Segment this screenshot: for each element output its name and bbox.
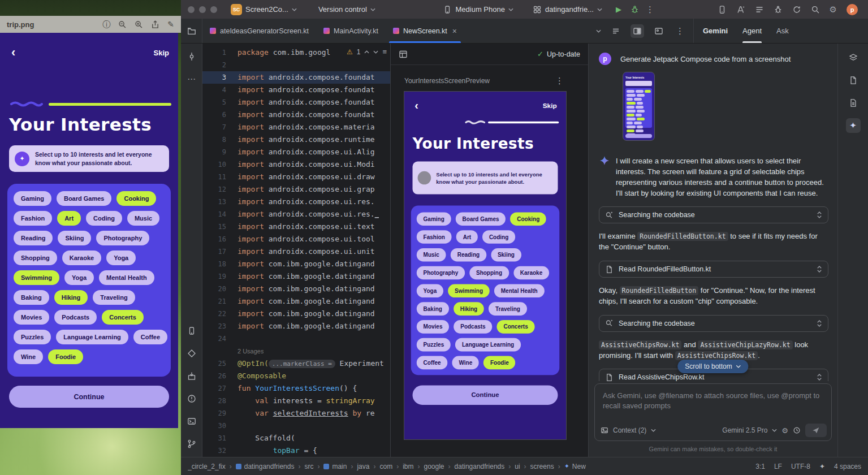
code-line[interactable]: 18import com.ibm.google.datingand [202, 258, 390, 270]
code-line[interactable]: 8import androidx.compose.runtime [202, 133, 390, 146]
tool-step-card[interactable]: Searching the codebase [599, 206, 828, 223]
code-line[interactable]: 16import androidx.compose.ui.tool [202, 233, 390, 245]
interest-chip-music[interactable]: Music [127, 211, 159, 226]
code-line[interactable]: 7import androidx.compose.materia [202, 121, 390, 133]
indent-setting[interactable]: 4 spaces [834, 463, 861, 470]
device-selector[interactable]: Medium Phone [439, 3, 516, 16]
interest-chip-art[interactable]: Art [57, 211, 81, 226]
interest-chip-podcasts[interactable]: Podcasts [454, 320, 492, 334]
device-manager-tool-button[interactable] [184, 323, 199, 338]
code-line[interactable]: 26@Composable [202, 370, 390, 382]
split-view-button[interactable] [631, 24, 644, 38]
interest-chip-photography[interactable]: Photography [417, 266, 465, 280]
breadcrumb-item[interactable]: datingandfriends [455, 463, 505, 470]
code-line[interactable]: 17import androidx.compose.ui.unit [202, 245, 390, 258]
run-config-selector[interactable]: datingandfrie... [529, 3, 606, 16]
interest-chip-puzzles[interactable]: Puzzles [417, 338, 451, 352]
gemini-conversation[interactable]: p Generate Jetpack Compose code from a s… [589, 44, 837, 381]
gemini-prompt-input[interactable] [602, 390, 824, 421]
code-line[interactable]: 3import androidx.compose.foundat [202, 71, 390, 84]
gemini-input-box[interactable]: Context (2) Gemini 2.5 Pro ⚙ [594, 383, 832, 441]
editor-options-icon[interactable]: ⋮ [673, 27, 686, 35]
interest-chip-puzzles[interactable]: Puzzles [14, 330, 51, 344]
interest-chip-reading[interactable]: Reading [14, 231, 53, 245]
interest-chip-skiing[interactable]: Skiing [58, 231, 91, 245]
breadcrumb-item[interactable]: ibm [403, 463, 413, 470]
inspection-menu-icon[interactable]: ≡ [382, 48, 387, 56]
commit-tool-button[interactable] [184, 49, 199, 64]
code-line[interactable]: 13import androidx.compose.ui.res. [202, 196, 390, 208]
tab-agent[interactable]: Agent [742, 19, 762, 43]
maximize-window-button[interactable] [210, 6, 217, 13]
problems-tool-button[interactable] [184, 391, 199, 406]
project-widget[interactable]: SC Screen2Co... [227, 2, 300, 17]
code-editor[interactable]: 1package com.ibm.googl23import androidx.… [202, 44, 390, 457]
tool-step-card[interactable]: Searching the codebase [599, 315, 828, 332]
close-tab-icon[interactable]: × [452, 27, 457, 36]
version-control-tool-button[interactable] [184, 437, 199, 451]
window-controls[interactable] [188, 6, 217, 13]
expand-collapse-icon[interactable] [817, 265, 822, 273]
more-tools-button[interactable]: ⋯ [184, 72, 199, 87]
preview-options-icon[interactable]: ⋮ [553, 76, 566, 85]
editor-tab-mainactivity-kt[interactable]: MainActivity.kt [316, 19, 386, 43]
interest-chip-baking[interactable]: Baking [417, 302, 449, 316]
history-icon[interactable] [793, 426, 801, 434]
expand-collapse-icon[interactable] [817, 211, 822, 219]
zoom-in-icon[interactable] [135, 20, 143, 29]
interest-chip-foodie[interactable]: Foodie [483, 356, 515, 370]
code-line[interactable]: 31 Scaffold( [202, 432, 390, 444]
search-everywhere-icon[interactable] [811, 5, 820, 14]
interest-chip-wine[interactable]: Wine [14, 349, 43, 364]
interest-chip-mental-health[interactable]: Mental Health [494, 284, 545, 298]
interest-chip-hiking[interactable]: Hiking [454, 302, 484, 316]
code-line[interactable]: 11import androidx.compose.ui.draw [202, 171, 390, 183]
file-encoding[interactable]: UTF-8 [791, 463, 810, 470]
design-view-button[interactable] [652, 24, 666, 38]
ai-assistant-icon[interactable] [736, 5, 745, 14]
device-explorer-button[interactable] [846, 50, 861, 65]
breadcrumb-item[interactable]: main [323, 463, 347, 470]
code-line[interactable]: 14import androidx.compose.ui.res._ [202, 208, 390, 221]
code-line[interactable]: 27fun YourInterestsScreen() { [202, 382, 390, 395]
preview-phone-frame[interactable]: ‹ Skip Your Interests ✦ Select up to 10 … [404, 92, 566, 439]
interest-chip-board-games[interactable]: Board Games [456, 212, 506, 226]
interest-chip-fashion[interactable]: Fashion [417, 230, 452, 244]
skip-button[interactable]: Skip [154, 49, 169, 57]
interest-chip-art[interactable]: Art [456, 230, 478, 244]
code-line[interactable]: 25@OptIn(...markerClass = Experiment [202, 357, 390, 370]
code-line[interactable]: 22import com.ibm.google.datingand [202, 308, 390, 320]
interest-chip-coffee[interactable]: Coffee [133, 330, 167, 344]
interest-chip-karaoke[interactable]: Karaoke [513, 266, 549, 280]
editor-tab-newscreen-kt[interactable]: NewScreen.kt× [386, 19, 464, 43]
code-line[interactable]: 32 topBar = { [202, 444, 390, 457]
breadcrumb-item[interactable]: ✦New [564, 463, 586, 470]
interest-chip-language-learning[interactable]: Language Learning [56, 330, 128, 344]
next-problem-icon[interactable] [373, 50, 378, 54]
settings-icon[interactable]: ⚙ [830, 5, 837, 14]
interest-chip-concerts[interactable]: Concerts [497, 320, 535, 334]
app-inspection-icon[interactable] [774, 5, 783, 14]
interest-chip-shopping[interactable]: Shopping [14, 251, 57, 265]
interest-chip-movies[interactable]: Movies [14, 310, 49, 325]
code-line[interactable]: 6import androidx.compose.foundat [202, 109, 390, 121]
interest-chip-skiing[interactable]: Skiing [491, 248, 521, 262]
interest-chip-cooking[interactable]: Cooking [116, 191, 156, 206]
code-line[interactable]: 9import androidx.compose.ui.Alig [202, 146, 390, 158]
code-line[interactable]: 4import androidx.compose.foundat [202, 84, 390, 96]
interest-chip-yoga[interactable]: Yoga [106, 251, 136, 265]
interest-chip-gaming[interactable]: Gaming [14, 191, 51, 206]
sdk-manager-tool-button[interactable] [184, 369, 199, 383]
caret-position[interactable]: 3:1 [755, 463, 765, 470]
task-list-icon[interactable] [755, 5, 764, 14]
back-icon[interactable]: ‹ [11, 46, 15, 59]
interest-chip-hiking[interactable]: Hiking [54, 290, 88, 305]
device-manager-icon[interactable] [718, 5, 727, 14]
running-devices-button[interactable] [846, 96, 861, 110]
continue-button[interactable]: Continue [9, 386, 169, 408]
interest-chip-photography[interactable]: Photography [96, 231, 149, 245]
interest-chip-yoga[interactable]: Yoga [417, 284, 443, 298]
vcs-widget[interactable]: Version control [315, 3, 379, 15]
code-line[interactable]: 19import com.ibm.google.datingand [202, 270, 390, 283]
tab-ask[interactable]: Ask [776, 19, 789, 43]
